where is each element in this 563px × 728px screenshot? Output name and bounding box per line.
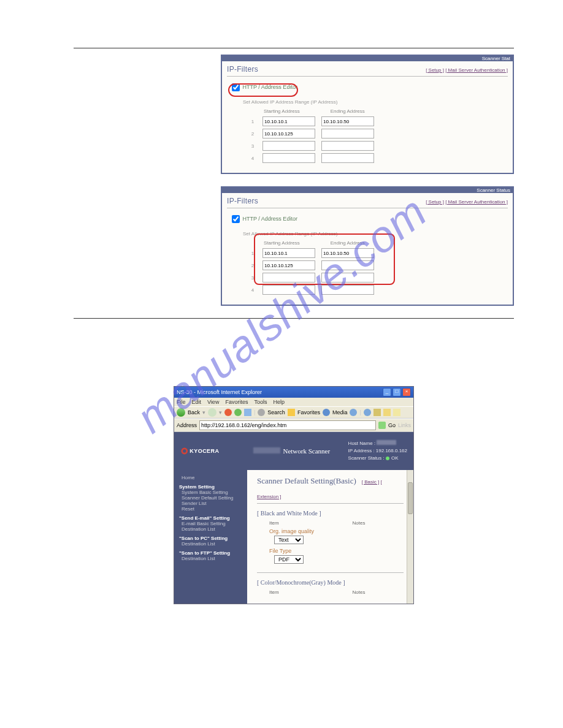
col-starting: Starting Address (264, 240, 300, 246)
start-input-1[interactable] (262, 116, 315, 126)
header-title: Network Scanner (253, 447, 330, 455)
go-icon[interactable] (378, 422, 386, 429)
sidebar-item[interactable]: Reset (179, 506, 243, 512)
row-idx: 2 (249, 263, 256, 268)
start-input-4[interactable] (262, 285, 315, 295)
http-editor-label: HTTP / Address Editor (243, 216, 297, 222)
discuss-icon[interactable] (393, 409, 400, 416)
address-input[interactable] (199, 420, 376, 430)
start-input-4[interactable] (262, 153, 315, 163)
allowed-range-subtitle: Set Allowed IP Address Range (IP Address… (243, 99, 508, 105)
start-input-3[interactable] (262, 273, 315, 282)
end-input-1[interactable] (321, 116, 374, 126)
screenshot-ipfilter-2: Scanner Status IP-Filters [ Setup ] [ Ma… (221, 186, 514, 306)
ip-filters-title: IP-Filters (227, 65, 258, 74)
media-icon[interactable] (323, 409, 330, 416)
sidebar-item[interactable]: Destination List (179, 526, 243, 532)
start-input-3[interactable] (262, 141, 315, 151)
svg-point-1 (183, 449, 186, 452)
ip-filters-title: IP-Filters (227, 197, 258, 205)
sidebar-item[interactable]: Destination List (179, 556, 243, 561)
screenshot-ipfilter-1: Scanner Stat IP-Filters [ Setup ] [ Mail… (221, 55, 514, 174)
row-idx: 4 (249, 287, 256, 293)
end-input-3[interactable] (321, 141, 374, 151)
col-notes: Notes (353, 590, 366, 595)
link-basic[interactable]: [ Basic ] (362, 479, 379, 485)
end-input-1[interactable] (321, 248, 374, 258)
menu-view[interactable]: View (207, 399, 219, 405)
address-label: Address (177, 422, 197, 428)
row-idx: 1 (249, 119, 256, 124)
end-input-2[interactable] (321, 129, 374, 138)
maximize-icon[interactable]: □ (393, 388, 401, 396)
sidebar-ftp-setting: "Scan to FTP" Setting (179, 550, 243, 556)
row-idx: 4 (249, 156, 256, 161)
stop-icon[interactable] (224, 409, 232, 416)
kyocera-logo: KYOCERA (180, 446, 236, 456)
row-idx: 2 (249, 131, 256, 137)
setup-links[interactable]: [ Setup ] [ Mail Server Authentication ] (426, 67, 508, 73)
search-icon[interactable] (258, 409, 265, 416)
sidebar-item[interactable]: Sender List (179, 501, 243, 506)
start-input-2[interactable] (262, 129, 315, 138)
col-ending: Ending Address (331, 108, 365, 114)
forward-icon[interactable] (208, 408, 216, 417)
media-label: Media (332, 409, 348, 415)
browser-menubar[interactable]: File Edit View Favorites Tools Help (174, 398, 413, 406)
bw-mode-title: [ Black and White Mode ] (257, 510, 404, 517)
sidebar-pc-setting: "Scan to PC" Setting (179, 536, 243, 541)
menu-help[interactable]: Help (273, 399, 285, 405)
menu-file[interactable]: File (177, 399, 186, 405)
col-item: Item (269, 590, 279, 595)
browser-titlebar: NS-30 - Microsoft Internet Explorer _ □ … (174, 387, 413, 398)
orig-image-quality-select[interactable]: Text (274, 536, 304, 544)
sidebar-item[interactable]: E-mail Basic Setting (179, 521, 243, 526)
end-input-4[interactable] (321, 153, 374, 163)
refresh-icon[interactable] (234, 409, 242, 416)
back-icon[interactable] (177, 408, 185, 417)
setup-links[interactable]: [ Setup ] [ Mail Server Authentication ] (426, 199, 508, 205)
menu-tools[interactable]: Tools (254, 399, 267, 405)
file-type-label: File Type (257, 548, 404, 554)
row-idx: 3 (249, 143, 256, 149)
end-input-4[interactable] (321, 285, 374, 295)
sidebar-email-setting: "Send E-mail" Setting (179, 515, 243, 521)
end-input-3[interactable] (321, 273, 374, 282)
scrollbar[interactable] (407, 470, 413, 604)
mail-icon[interactable] (364, 409, 371, 416)
http-editor-label: HTTP / Address Editor (243, 84, 297, 90)
col-ending: Ending Address (331, 240, 365, 246)
orig-image-quality-label: Org. image quality (257, 528, 404, 534)
http-editor-checkbox[interactable] (232, 215, 240, 223)
history-icon[interactable] (350, 409, 357, 416)
sidebar-item[interactable]: System Basic Setting (179, 490, 243, 495)
sidebar-system-setting: System Setting (179, 484, 243, 490)
browser-toolbar: Back ▾ ▾ | Search Favorites Media | (174, 406, 413, 419)
edit-icon[interactable] (383, 409, 391, 416)
start-input-1[interactable] (262, 248, 315, 258)
banner-text: Scanner Status (222, 188, 513, 193)
sidebar-item[interactable]: Scanner Default Setting (179, 495, 243, 501)
minimize-icon[interactable]: _ (383, 388, 391, 396)
row-idx: 1 (249, 251, 256, 256)
allowed-range-subtitle: Set Allowed IP Address Range (IP Address… (243, 231, 508, 237)
favorites-icon[interactable] (288, 409, 295, 416)
page-title: Scanner Default Setting(Basic) (257, 476, 356, 486)
home-icon[interactable] (244, 409, 251, 416)
col-item: Item (269, 520, 279, 526)
col-starting: Starting Address (264, 108, 300, 114)
sidebar-item[interactable]: Destination List (179, 541, 243, 547)
favorites-label: Favorites (297, 409, 320, 415)
menu-favorites[interactable]: Favorites (225, 399, 248, 405)
print-icon[interactable] (373, 409, 381, 416)
file-type-select[interactable]: PDF (274, 555, 304, 564)
back-label: Back (188, 409, 200, 415)
start-input-2[interactable] (262, 260, 315, 270)
links-label: Links (398, 422, 411, 428)
close-icon[interactable]: × (402, 388, 411, 396)
menu-edit[interactable]: Edit (192, 399, 202, 405)
end-input-2[interactable] (321, 260, 374, 270)
scroll-thumb[interactable] (408, 482, 413, 514)
sidebar-item-home[interactable]: Home (179, 475, 243, 480)
http-editor-checkbox[interactable] (232, 83, 240, 91)
